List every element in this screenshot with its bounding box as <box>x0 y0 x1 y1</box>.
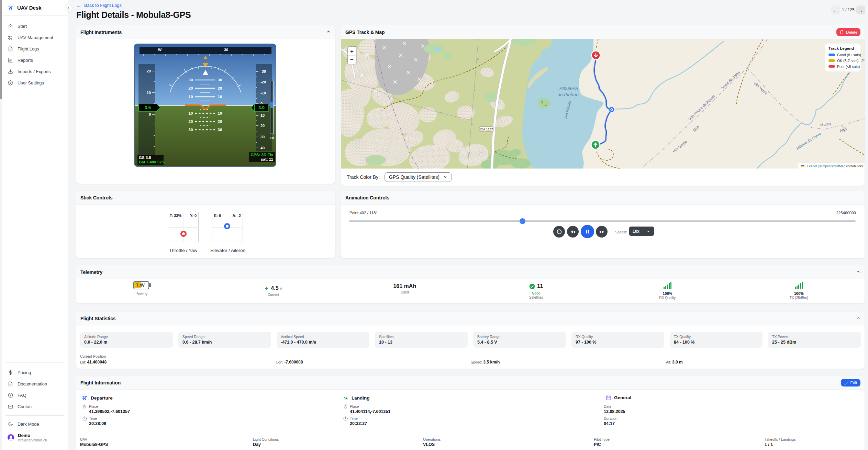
svg-text:OK (5-7 sats): OK (5-7 sats) <box>837 59 858 63</box>
svg-text:-10: -10 <box>260 91 266 95</box>
svg-text:20: 20 <box>189 86 193 90</box>
svg-text:20: 20 <box>147 69 151 73</box>
svg-text:40: 40 <box>260 146 265 150</box>
svg-text:30: 30 <box>260 135 265 139</box>
svg-text:2.0: 2.0 <box>270 136 274 140</box>
svg-text:20: 20 <box>218 86 222 90</box>
svg-text:3.5: 3.5 <box>145 105 151 110</box>
svg-text:+: + <box>350 48 354 55</box>
svg-text:do Pinhão: do Pinhão <box>558 92 579 97</box>
svg-text:CM 1237: CM 1237 <box>480 127 493 131</box>
svg-text:−: − <box>350 56 354 63</box>
svg-text:20: 20 <box>189 119 193 124</box>
svg-text:10: 10 <box>189 111 193 115</box>
svg-text:30: 30 <box>224 48 228 52</box>
svg-text:10: 10 <box>147 91 151 95</box>
svg-text:20: 20 <box>260 124 265 128</box>
svg-text:20: 20 <box>218 119 222 124</box>
svg-text:10: 10 <box>189 95 193 99</box>
svg-text:-20: -20 <box>260 80 266 84</box>
svg-text:30: 30 <box>218 128 222 132</box>
svg-text:GPS: 3D Fix: GPS: 3D Fix <box>251 153 273 157</box>
svg-text:Bat 7.40v 52%: Bat 7.40v 52% <box>139 160 165 164</box>
svg-text:3.0: 3.0 <box>258 105 265 110</box>
svg-text:W: W <box>158 48 162 52</box>
svg-text:10: 10 <box>218 111 222 115</box>
svg-text:0: 0 <box>149 112 151 116</box>
svg-text:30: 30 <box>189 128 193 132</box>
svg-text:Poor (<5 sats): Poor (<5 sats) <box>837 65 860 69</box>
svg-text:Albufeira: Albufeira <box>559 86 578 91</box>
svg-text:30: 30 <box>218 78 222 82</box>
svg-text:sat: 11: sat: 11 <box>261 157 273 161</box>
svg-text:GS 3.5: GS 3.5 <box>139 155 151 160</box>
svg-text:10: 10 <box>260 113 265 117</box>
svg-text:Leaflet | © OpenStreetMap cont: Leaflet | © OpenStreetMap contributors <box>807 164 863 168</box>
svg-text:10: 10 <box>218 95 222 99</box>
svg-text:Good (8+ sats): Good (8+ sats) <box>837 53 861 57</box>
svg-text:30: 30 <box>189 78 193 82</box>
svg-text:Track Legend: Track Legend <box>828 46 854 50</box>
svg-text:-30: -30 <box>260 69 266 73</box>
